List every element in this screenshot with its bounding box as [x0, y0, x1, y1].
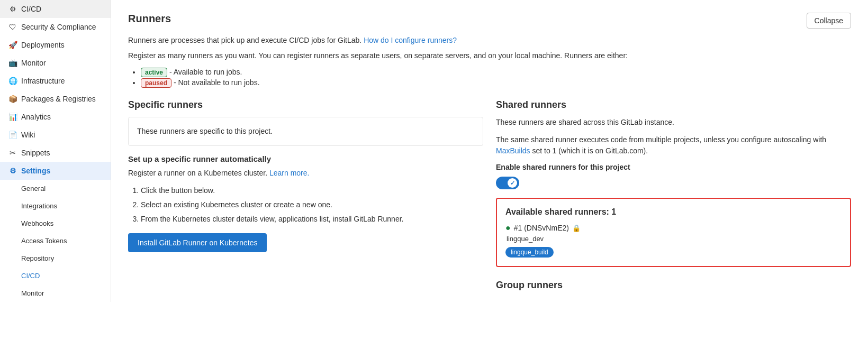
sidebar-item-wiki[interactable]: 📄 Wiki	[0, 126, 111, 144]
main-content: Runners Collapse Runners are processes t…	[111, 0, 868, 340]
sidebar-sub-integrations[interactable]: Integrations	[0, 197, 111, 215]
active-text: - Available to run jobs.	[169, 68, 242, 76]
shared-runners-title: Shared runners	[496, 99, 851, 111]
auto-setup-title: Set up a specific runner automatically	[128, 154, 483, 163]
maxbuilds-link[interactable]: MaxBuilds	[496, 146, 530, 155]
step-3: From the Kubernetes cluster details view…	[141, 214, 483, 225]
enable-shared-label: Enable shared runners for this project	[496, 163, 851, 171]
sidebar-item-cicd-top[interactable]: ⚙ CI/CD	[0, 0, 111, 18]
enable-shared-toggle[interactable]: ✓	[496, 177, 519, 189]
specific-runners-col: Specific runners These runners are speci…	[128, 99, 483, 291]
sidebar-sub-cicd[interactable]: CI/CD	[0, 267, 111, 284]
sidebar-sub-repository[interactable]: Repository	[0, 250, 111, 267]
shared-runners-col: Shared runners These runners are shared …	[496, 99, 851, 291]
sidebar-item-settings[interactable]: ⚙ Settings	[0, 162, 111, 180]
sidebar-sub-general[interactable]: General	[0, 180, 111, 197]
step-1: Click the button below.	[141, 185, 483, 196]
specific-runners-title: Specific runners	[128, 99, 483, 111]
paused-text: - Not available to run jobs.	[174, 78, 260, 87]
auto-setup-desc: Register a runner on a Kubernetes cluste…	[128, 168, 483, 179]
learn-more-link[interactable]: Learn more.	[269, 169, 309, 177]
runner-dot-icon: ●	[505, 223, 511, 233]
sidebar-item-security[interactable]: 🛡 Security & Compliance	[0, 18, 111, 36]
monitor-icon: 📺	[8, 59, 17, 67]
runner-tag: lingque_build	[505, 247, 554, 258]
wiki-icon: 📄	[8, 131, 17, 139]
specific-info-box: These runners are specific to this proje…	[128, 117, 483, 146]
sidebar-item-monitor[interactable]: 📺 Monitor	[0, 54, 111, 72]
check-icon: ✓	[510, 180, 515, 187]
sidebar-item-deployments[interactable]: 🚀 Deployments	[0, 36, 111, 54]
available-runners-box: Available shared runners: 1 ● #1 (DNSvNm…	[496, 198, 851, 267]
sidebar-sub-webhooks[interactable]: Webhooks	[0, 215, 111, 232]
step-list: Click the button below. Select an existi…	[128, 185, 483, 225]
sidebar-item-snippets[interactable]: ✂ Snippets	[0, 144, 111, 162]
group-runners-title: Group runners	[496, 280, 851, 291]
infrastructure-icon: 🌐	[8, 77, 17, 85]
runners-description2: Register as many runners as you want. Yo…	[128, 50, 851, 61]
runners-header: Runners Collapse	[128, 13, 851, 29]
configure-runners-link[interactable]: How do I configure runners?	[364, 36, 457, 44]
runners-title: Runners	[128, 13, 171, 25]
cicd-icon: ⚙	[8, 5, 17, 13]
paused-badge: paused	[141, 78, 171, 88]
install-runner-button[interactable]: Install GitLab Runner on Kubernetes	[128, 233, 267, 252]
runners-columns: Specific runners These runners are speci…	[128, 99, 851, 291]
available-runners-title: Available shared runners: 1	[505, 207, 842, 217]
runners-description: Runners are processes that pick up and e…	[128, 35, 851, 46]
packages-icon: 📦	[8, 95, 17, 103]
runner-sub: lingque_dev	[505, 235, 842, 243]
sidebar-item-analytics[interactable]: 📊 Analytics	[0, 108, 111, 126]
snippets-icon: ✂	[8, 149, 17, 157]
active-badge: active	[141, 68, 167, 77]
status-list: active - Available to run jobs. paused -…	[128, 68, 851, 87]
enable-shared-toggle-wrap: ✓	[496, 177, 851, 189]
sidebar-sub-monitor[interactable]: Monitor	[0, 284, 111, 302]
sidebar-sub-access-tokens[interactable]: Access Tokens	[0, 232, 111, 250]
sidebar-item-infrastructure[interactable]: 🌐 Infrastructure	[0, 72, 111, 90]
settings-icon: ⚙	[8, 167, 17, 175]
analytics-icon: 📊	[8, 113, 17, 121]
shared-desc2: The same shared runner executes code fro…	[496, 134, 851, 157]
status-active-item: active - Available to run jobs.	[141, 68, 851, 76]
toggle-knob: ✓	[508, 178, 517, 188]
shield-icon: 🛡	[8, 23, 17, 31]
lock-icon: 🔒	[572, 224, 581, 232]
runner-item: ● #1 (DNSvNmE2) 🔒	[505, 223, 842, 233]
shared-desc1: These runners are shared across this Git…	[496, 117, 851, 128]
step-2: Select an existing Kubernetes cluster or…	[141, 199, 483, 210]
status-paused-item: paused - Not available to run jobs.	[141, 78, 851, 87]
runner-name: #1 (DNSvNmE2)	[514, 224, 569, 232]
sidebar-item-packages[interactable]: 📦 Packages & Registries	[0, 90, 111, 108]
deployments-icon: 🚀	[8, 41, 17, 49]
collapse-button[interactable]: Collapse	[807, 13, 851, 29]
